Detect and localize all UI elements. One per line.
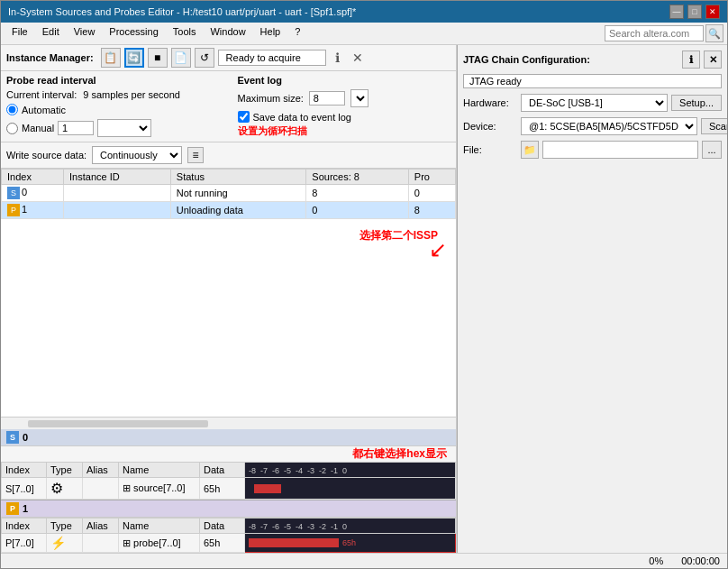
horizontal-scrollbar[interactable]	[1, 417, 456, 429]
write-source-btn[interactable]: ≡	[187, 147, 204, 163]
toolbar-close-icon[interactable]: ✕	[350, 50, 366, 66]
current-interval-label: Current interval:	[6, 89, 77, 100]
menu-edit[interactable]: Edit	[35, 24, 67, 42]
app-window: In-System Sources and Probes Editor - H:…	[0, 0, 728, 569]
manual-value-input[interactable]	[58, 121, 94, 135]
config-area: Probe read interval Current interval: 9 …	[1, 71, 456, 142]
col-type-1: Type	[47, 519, 83, 534]
instance1-id: 1	[23, 503, 28, 514]
menu-window[interactable]: Window	[203, 24, 252, 42]
bottom-instance-0-header: S 0	[1, 429, 456, 446]
col-alias-0: Alias	[83, 463, 119, 478]
col-name-1: Name	[119, 519, 200, 534]
menu-file[interactable]: File	[5, 24, 35, 42]
menu-bar: File Edit View Processing Tools Window H…	[1, 23, 727, 45]
jtag-browse-btn[interactable]: ...	[702, 141, 722, 159]
row0-pro: 0	[408, 185, 455, 202]
s-alias	[83, 478, 119, 500]
scan-chain-btn[interactable]: Scan Chain	[701, 118, 727, 134]
save-data-checkbox[interactable]	[238, 111, 250, 123]
s-name: ⊞ source[7..0]	[119, 478, 200, 500]
write-source-select[interactable]: Continuously	[92, 146, 182, 164]
table-row[interactable]: S0 Not running 8 0	[2, 185, 456, 202]
p-alias	[83, 534, 119, 553]
annotation-select: 选择第二个ISSP	[359, 228, 438, 243]
minimize-button[interactable]: —	[669, 5, 684, 19]
close-button[interactable]: ✕	[705, 5, 720, 19]
search-input[interactable]	[605, 25, 704, 41]
col-data-0: Data	[200, 463, 245, 478]
event-log-label: Event log	[238, 75, 451, 86]
toolbar-stop-btn[interactable]: ■	[148, 48, 168, 68]
manual-radio[interactable]	[6, 123, 18, 134]
p-data: 65h	[200, 534, 245, 553]
auto-radio[interactable]	[6, 104, 18, 115]
radio-group: Automatic Manual	[6, 104, 220, 137]
manual-unit-select[interactable]	[97, 119, 151, 137]
menu-view[interactable]: View	[67, 24, 103, 42]
row1-icon: P	[7, 204, 20, 216]
annotation-hex: 都右键选择hex显示	[352, 446, 447, 462]
max-size-input[interactable]	[309, 91, 345, 106]
probe-interval-label: Probe read interval	[6, 75, 220, 86]
jtag-file-icon[interactable]: 📁	[521, 141, 539, 159]
table-row[interactable]: S[7..0] ⚙ ⊞ source[7..0] 65h	[2, 478, 456, 500]
jtag-hardware-select[interactable]: DE-SoC [USB-1]	[521, 94, 668, 112]
p-waveform-label: 65h	[342, 538, 356, 547]
jtag-status-row: JTAG ready	[463, 74, 722, 88]
search-box: 🔍	[605, 24, 723, 42]
jtag-file-input[interactable]	[542, 141, 698, 159]
manual-radio-row: Manual	[6, 119, 220, 137]
left-panel: Instance Manager: 📋 🔄 ■ 📄 ↺ Ready to acq…	[1, 45, 457, 553]
jtag-file-label: File:	[463, 144, 517, 155]
jtag-close-icon[interactable]: ✕	[704, 50, 722, 69]
table-row[interactable]: P[7..0] ⚡ ⊞ probe[7..0] 65h 65h	[2, 534, 456, 553]
jtag-info-icon[interactable]: ℹ	[682, 50, 700, 69]
jtag-setup-btn[interactable]: Setup...	[671, 95, 722, 111]
instance0-icon: S	[6, 431, 19, 444]
menu-processing[interactable]: Processing	[102, 24, 165, 42]
scrollbar-thumb[interactable]	[28, 420, 208, 427]
menu-question[interactable]: ?	[287, 24, 307, 42]
toolbar-btn-1[interactable]: 📋	[101, 48, 121, 68]
table-row[interactable]: P1 Unloading data 0 8	[2, 202, 456, 219]
menu-help[interactable]: Help	[253, 24, 288, 42]
col-pro: Pro	[408, 170, 455, 185]
jtag-device-row: Device: @1: 5CSE(BA5[MA5)/5CSTFD5D Scan …	[463, 117, 722, 135]
p-index: P[7..0]	[2, 534, 47, 553]
menu-tools[interactable]: Tools	[166, 24, 204, 42]
toolbar-info-icon[interactable]: ℹ	[330, 50, 346, 66]
search-icon[interactable]: 🔍	[705, 24, 723, 42]
col-index: Index	[2, 170, 64, 185]
col-name-0: Name	[119, 463, 200, 478]
auto-radio-row: Automatic	[6, 104, 220, 115]
toolbar-btn-2[interactable]: 🔄	[124, 48, 144, 68]
jtag-header-controls: ℹ ✕	[682, 50, 722, 69]
instance-table-body: S0 Not running 8 0 P1 Unloa	[2, 185, 456, 219]
bottom-instance-1: P 1 Index Type Alias Name Data	[1, 500, 456, 553]
toolbar-btn-4[interactable]: ↺	[195, 48, 214, 68]
row0-status: Not running	[170, 185, 306, 202]
jtag-device-select[interactable]: @1: 5CSE(BA5[MA5)/5CSTFD5D	[521, 117, 697, 135]
row1-pro: 8	[408, 202, 455, 219]
current-interval-value: 9 samples per second	[83, 89, 180, 100]
jtag-hardware-row: Hardware: DE-SoC [USB-1] Setup...	[463, 94, 722, 112]
title-controls: — □ ✕	[669, 5, 720, 19]
status-time: 00:00:00	[681, 555, 720, 566]
jtag-config-label: JTAG Chain Configuration:	[463, 54, 590, 65]
bottom-section: S 0 都右键选择hex显示 Index Type Alias	[1, 429, 456, 553]
s-waveform	[245, 478, 456, 500]
instance1-header-row: Index Type Alias Name Data -8 -7 -6 -5 -…	[2, 519, 456, 534]
max-size-unit[interactable]: ▼	[350, 89, 369, 107]
p-name: ⊞ probe[7..0]	[119, 534, 200, 553]
status-bar: 0% 00:00:00	[1, 553, 727, 568]
col-data-1: Data	[200, 519, 245, 534]
save-data-label: Save data to event log	[253, 112, 351, 123]
app-title: In-System Sources and Probes Editor - H:…	[8, 6, 356, 17]
maximize-button[interactable]: □	[687, 5, 702, 19]
toolbar-btn-3[interactable]: 📄	[171, 48, 191, 68]
toolbar-status: Ready to acquire	[218, 50, 326, 66]
row0-instance-id	[64, 185, 171, 202]
instance-manager-label: Instance Manager:	[6, 52, 94, 63]
instance0-header-row: Index Type Alias Name Data -8 -7 -6 -5 -…	[2, 463, 456, 478]
